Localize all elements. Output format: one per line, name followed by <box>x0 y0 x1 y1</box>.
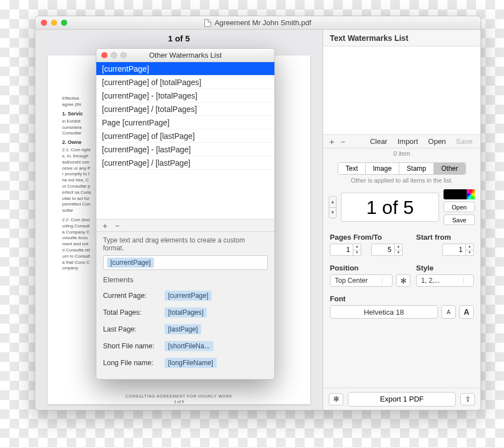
watermark-preview: 1 of 5 <box>341 193 439 222</box>
zoom-icon[interactable] <box>120 52 127 58</box>
dialog-list-blank <box>96 170 274 219</box>
style-select[interactable]: 1, 2,... ▲▼ <box>416 274 474 287</box>
dialog-add-button[interactable]: ＋ <box>100 221 110 231</box>
open-button[interactable]: Open <box>424 136 451 148</box>
font-smaller-button[interactable]: A <box>441 305 456 319</box>
doc-footer: CONSULTING AGREEMENT FOR HOURLY WORK <box>48 394 310 399</box>
dialog-hint: Type text and drag elements to create a … <box>103 236 268 252</box>
minimize-icon[interactable] <box>51 20 57 26</box>
add-button[interactable]: ＋ <box>326 137 337 147</box>
settings-button[interactable]: ✻ <box>329 393 343 405</box>
element-token[interactable]: [currentPage] <box>165 291 212 301</box>
window-title: Agreement Mr John Smith.pdf <box>214 18 311 27</box>
element-token[interactable]: [totalPages] <box>165 307 207 318</box>
list-item[interactable]: [currentPage] / [totalPages] <box>96 102 274 116</box>
close-icon[interactable] <box>101 52 108 58</box>
page-indicator: 1 of 5 <box>35 30 323 46</box>
watermarks-list[interactable] <box>323 46 480 135</box>
tab-text[interactable]: Text <box>338 163 366 174</box>
list-item[interactable]: [currentPage] - [totalPages] <box>96 89 274 102</box>
element-token[interactable]: [lastPage] <box>165 324 201 334</box>
element-token[interactable]: [shortFileNa... <box>165 341 213 351</box>
item-count: 0 item <box>323 148 480 160</box>
list-toolbar: ＋ － Clear Import Open Save <box>323 135 480 148</box>
position-gear-button[interactable]: ✻ <box>396 274 410 287</box>
style-value: 1, 2,... <box>421 277 440 284</box>
element-row: Short File name: [shortFileNa... <box>103 338 268 354</box>
close-icon[interactable] <box>41 20 47 26</box>
element-row: Long File name: [longFileName] <box>103 354 268 371</box>
custom-format-input[interactable]: [currentPage] <box>103 255 268 270</box>
tab-other[interactable]: Other <box>434 163 465 174</box>
list-item[interactable]: [currentPage] of [lastPage] <box>96 129 274 143</box>
pages-to-input[interactable]: ▲▼ <box>371 244 403 256</box>
share-icon: ⇪ <box>465 395 471 403</box>
start-from-label: Start from <box>416 233 474 241</box>
gear-icon: ✻ <box>400 277 407 285</box>
pages-from-input[interactable]: ▲▼ <box>330 244 361 256</box>
dialog-remove-button[interactable]: － <box>112 221 122 231</box>
pages-label: Pages From/To <box>330 233 410 241</box>
font-larger-button[interactable]: A <box>459 305 474 319</box>
doc-pagenum: 1 of 5 <box>48 399 310 404</box>
pages-to-field[interactable] <box>371 244 395 256</box>
list-item[interactable]: Page [currentPage] <box>96 116 274 129</box>
save-button[interactable]: Save <box>451 136 477 148</box>
spinner-icon[interactable]: ▲▼ <box>466 244 474 256</box>
bottom-bar: ✻ Export 1 PDF ⇪ <box>323 388 480 410</box>
tab-row: Text Image Stamp Other <box>323 160 480 175</box>
position-value: Top Center <box>335 277 368 284</box>
doc-para: 2.1. Com rights, m. through authorshi co… <box>62 147 91 214</box>
import-button[interactable]: Import <box>393 136 423 148</box>
form-area: Pages From/To ▲▼ ▲▼ <box>323 231 480 319</box>
element-row: Total Pages: [totalPages] <box>103 304 268 321</box>
element-row: Current Page: [currentPage] <box>103 287 268 304</box>
spinner-icon[interactable]: ▲▼ <box>353 244 361 256</box>
pages-from-field[interactable] <box>330 244 353 256</box>
list-item[interactable]: [currentPage] of [totalPages] <box>96 76 274 89</box>
list-item[interactable]: [currentPage] <box>96 62 274 76</box>
list-item[interactable]: [currentPage] / [lastPage] <box>96 156 274 170</box>
color-swatch[interactable] <box>444 189 475 199</box>
remove-button[interactable]: － <box>338 137 348 147</box>
dialog-titlebar: Other Watermarks List <box>96 49 274 62</box>
open-watermark-button[interactable]: Open <box>444 202 475 212</box>
zoom-icon[interactable] <box>61 20 67 26</box>
document-icon <box>204 19 211 27</box>
other-watermarks-dialog: Other Watermarks List [currentPage] [cur… <box>96 48 275 380</box>
dialog-title: Other Watermarks List <box>149 51 222 59</box>
style-label: Style <box>416 264 474 272</box>
export-button[interactable]: Export 1 PDF <box>348 392 456 407</box>
panel-title: Text Watermarks List <box>323 30 480 46</box>
element-label: Total Pages: <box>103 309 165 316</box>
format-token[interactable]: [currentPage] <box>107 258 154 268</box>
minimize-icon[interactable] <box>111 52 117 58</box>
tab-caption: Other is applied to all items in the lis… <box>323 175 480 188</box>
gear-icon: ✻ <box>333 395 339 403</box>
element-label: Last Page: <box>103 325 165 333</box>
main-titlebar: Agreement Mr John Smith.pdf <box>35 16 480 30</box>
watermark-preview-row: ▲▼ 1 of 5 Open Save <box>323 188 480 231</box>
start-from-field[interactable] <box>442 244 466 256</box>
dialog-add-remove: ＋ － <box>96 219 274 231</box>
element-label: Long File name: <box>103 359 165 367</box>
position-select[interactable]: Top Center ▲▼ <box>330 274 393 287</box>
save-watermark-button[interactable]: Save <box>444 214 475 225</box>
size-stepper[interactable]: ▲▼ <box>329 196 337 218</box>
font-select[interactable]: Helvetica 18 <box>330 305 438 319</box>
dialog-list: [currentPage] [currentPage] of [totalPag… <box>96 62 274 170</box>
element-label: Current Page: <box>103 292 165 300</box>
start-from-input[interactable]: ▲▼ <box>442 244 474 256</box>
position-label: Position <box>330 264 410 272</box>
dialog-lower: Type text and drag elements to create a … <box>96 231 274 379</box>
doc-para: 2.2. Com (including Consulta Company Con… <box>62 217 91 272</box>
element-token[interactable]: [longFileName] <box>165 358 217 368</box>
share-button[interactable]: ⇪ <box>460 393 475 405</box>
clear-button[interactable]: Clear <box>366 136 392 148</box>
tab-stamp[interactable]: Stamp <box>399 163 434 174</box>
element-label: Short File name: <box>103 342 165 350</box>
tab-image[interactable]: Image <box>366 163 399 174</box>
spinner-icon[interactable]: ▲▼ <box>395 244 403 256</box>
list-item[interactable]: [currentPage] - [lastPage] <box>96 143 274 156</box>
elements-title: Elements <box>103 276 268 284</box>
